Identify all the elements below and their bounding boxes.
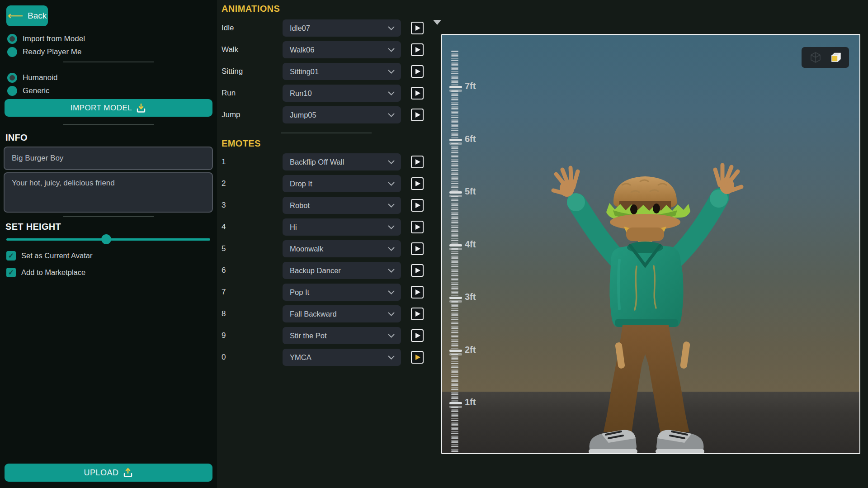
- chevron-down-icon: [388, 46, 395, 54]
- animation-row: IdleIdle07: [222, 19, 434, 37]
- emote-dropdown-value: Stir the Pot: [290, 332, 388, 340]
- back-button[interactable]: ⟵ Back: [6, 5, 48, 26]
- play-icon: [415, 112, 420, 118]
- solid-cube-icon[interactable]: [830, 52, 841, 63]
- upload-button[interactable]: UPLOAD: [5, 464, 212, 482]
- chevron-down-icon: [388, 24, 395, 32]
- import-model-button[interactable]: IMPORT MODEL: [5, 99, 212, 117]
- ruler-minor-tick: [451, 81, 458, 83]
- play-emote-button[interactable]: [411, 308, 424, 320]
- checkbox-checked[interactable]: ✓: [6, 251, 16, 261]
- ruler-minor-tick: [451, 257, 458, 259]
- emote-label: 8: [222, 309, 283, 318]
- checkbox-row[interactable]: ✓Set as Current Avatar: [6, 251, 92, 261]
- play-emote-button[interactable]: [411, 221, 424, 233]
- ruler-major-tick: [449, 297, 462, 299]
- animation-dropdown[interactable]: Idle07: [283, 19, 401, 37]
- collapse-panel-triangle-icon[interactable]: [433, 20, 441, 25]
- rig-type-radio[interactable]: [7, 86, 17, 96]
- emote-dropdown[interactable]: Backflip Off Wall: [283, 153, 401, 171]
- emote-dropdown[interactable]: Hi: [283, 218, 401, 236]
- upload-icon: [123, 468, 133, 478]
- download-icon: [136, 103, 146, 113]
- height-slider-thumb[interactable]: [101, 234, 111, 244]
- play-emote-button[interactable]: [411, 329, 424, 342]
- ruler-minor-tick: [451, 341, 458, 342]
- ruler-minor-tick: [451, 218, 458, 219]
- ruler-minor-tick: [451, 389, 458, 390]
- checkbox-row[interactable]: ✓Add to Marketplace: [6, 268, 92, 277]
- animation-label: Walk: [222, 45, 283, 54]
- play-emote-button[interactable]: [411, 351, 424, 364]
- ruler-minor-tick: [451, 104, 458, 105]
- emote-row: 6Backup Dancer: [222, 262, 434, 279]
- emote-dropdown-value: YMCA: [290, 353, 388, 362]
- play-animation-button[interactable]: [411, 43, 424, 56]
- chevron-down-icon: [388, 180, 395, 188]
- play-emote-button[interactable]: [411, 199, 424, 212]
- animation-dropdown[interactable]: Sitting01: [283, 63, 401, 80]
- emote-dropdown[interactable]: Backup Dancer: [283, 262, 401, 279]
- play-animation-button[interactable]: [411, 22, 424, 34]
- animation-label: Jump: [222, 110, 283, 119]
- checkbox-label: Set as Current Avatar: [21, 251, 92, 260]
- play-icon: [415, 311, 420, 317]
- rig-type-option[interactable]: Generic: [7, 85, 58, 96]
- wireframe-cube-icon[interactable]: [810, 52, 821, 63]
- model-source-radio-selected[interactable]: [7, 34, 17, 44]
- model-source-option[interactable]: Import from Model: [7, 33, 85, 44]
- rig-type-option[interactable]: Humanoid: [7, 72, 58, 83]
- ruler-minor-tick: [451, 270, 458, 272]
- chevron-down-icon: [388, 353, 395, 361]
- ruler-minor-tick: [451, 183, 458, 184]
- height-slider[interactable]: [6, 234, 210, 245]
- animation-dropdown-value: Sitting01: [290, 67, 388, 76]
- emote-label: 0: [222, 353, 283, 362]
- ruler-minor-tick: [451, 117, 458, 118]
- play-emote-button[interactable]: [411, 286, 424, 298]
- ruler-minor-tick: [451, 428, 458, 430]
- set-height-heading: SET HEIGHT: [5, 222, 61, 232]
- ruler-minor-tick: [451, 187, 458, 188]
- ruler-foot-label: 6ft: [465, 134, 476, 144]
- play-animation-button[interactable]: [411, 109, 424, 121]
- emote-dropdown[interactable]: Drop It: [283, 175, 401, 192]
- ruler-foot-label: 4ft: [465, 239, 476, 250]
- model-source-radio[interactable]: [7, 47, 17, 57]
- play-emote-button[interactable]: [411, 242, 424, 255]
- emote-dropdown[interactable]: Fall Backward: [283, 305, 401, 322]
- emote-dropdown[interactable]: Pop It: [283, 284, 401, 301]
- emote-dropdown[interactable]: Robot: [283, 197, 401, 214]
- play-animation-button[interactable]: [411, 65, 424, 78]
- ruler-minor-tick: [451, 420, 458, 421]
- emote-dropdown[interactable]: YMCA: [283, 349, 401, 366]
- emote-label: 4: [222, 223, 283, 232]
- animation-dropdown[interactable]: Jump05: [283, 106, 401, 123]
- animation-dropdown[interactable]: Run10: [283, 85, 401, 102]
- avatar-description-input[interactable]: Your hot, juicy, delicious friend: [4, 172, 213, 213]
- ruler-major-tick: [449, 350, 462, 352]
- checkbox-checked[interactable]: ✓: [6, 268, 16, 277]
- ruler-major-tick: [449, 86, 462, 88]
- animation-dropdown[interactable]: Walk06: [283, 41, 401, 58]
- avatar-hoodie: [609, 242, 683, 327]
- emote-dropdown[interactable]: Stir the Pot: [283, 327, 401, 344]
- emote-label: 1: [222, 157, 283, 166]
- play-emote-button[interactable]: [411, 177, 424, 190]
- avatar-name-input[interactable]: [4, 147, 213, 170]
- divider: [63, 124, 154, 125]
- model-source-radio-group: Import from ModelReady Player Me: [7, 33, 85, 57]
- play-icon: [415, 90, 420, 96]
- avatar-3d-viewport[interactable]: 7ft6ft5ft4ft3ft2ft1ft: [441, 34, 860, 454]
- ruler-minor-tick: [451, 446, 458, 447]
- play-emote-button[interactable]: [411, 264, 424, 277]
- model-source-option[interactable]: Ready Player Me: [7, 47, 85, 57]
- ruler-minor-tick: [451, 161, 458, 162]
- ruler-minor-tick: [451, 288, 458, 289]
- animation-settings-column: ANIMATIONS IdleIdle07WalkWalk06SittingSi…: [222, 0, 434, 370]
- rig-type-radio-selected[interactable]: [7, 73, 17, 83]
- emote-dropdown[interactable]: Moonwalk: [283, 240, 401, 257]
- play-emote-button[interactable]: [411, 156, 424, 168]
- play-animation-button[interactable]: [411, 87, 424, 99]
- viewport-toolbar: [802, 47, 849, 68]
